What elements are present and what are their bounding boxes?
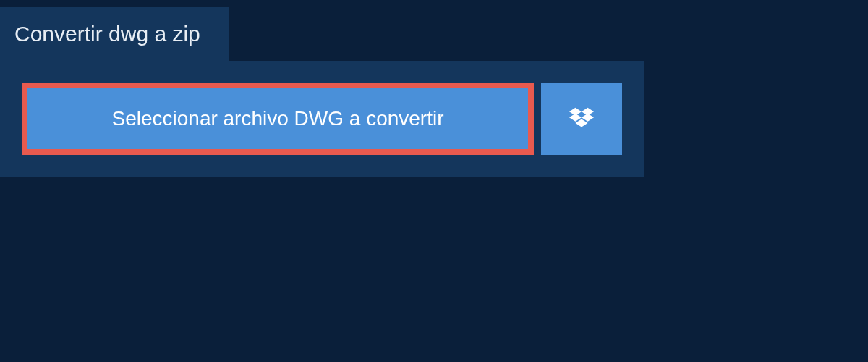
upload-panel: Seleccionar archivo DWG a convertir — [0, 61, 644, 177]
tab-header: Convertir dwg a zip — [0, 7, 229, 61]
select-file-label: Seleccionar archivo DWG a convertir — [111, 107, 443, 130]
dropbox-button[interactable] — [541, 83, 622, 155]
dropbox-icon — [569, 107, 594, 130]
tab-title: Convertir dwg a zip — [14, 22, 200, 46]
select-file-highlight: Seleccionar archivo DWG a convertir — [22, 83, 534, 155]
select-file-button[interactable]: Seleccionar archivo DWG a convertir — [27, 88, 528, 149]
